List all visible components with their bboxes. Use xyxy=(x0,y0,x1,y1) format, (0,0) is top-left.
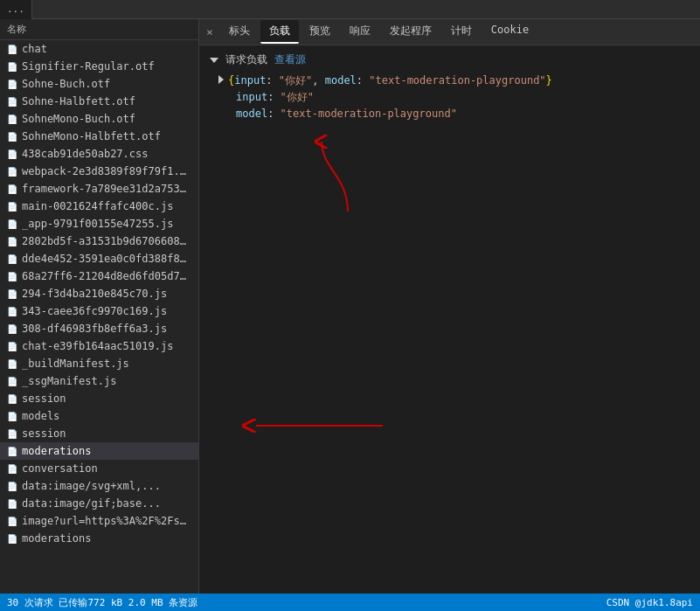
status-left: 30 次请求 已传输772 kB 2.0 MB 条资源 xyxy=(7,596,198,609)
triangle-right-icon xyxy=(218,75,224,84)
file-item[interactable]: 📄conversation xyxy=(0,460,198,477)
file-name: data:image/gif;base... xyxy=(22,497,161,510)
file-name: conversation xyxy=(22,462,98,475)
file-icon: 📄 xyxy=(7,184,17,194)
status-bar: 30 次请求 已传输772 kB 2.0 MB 条资源 CSDN @jdk1.8… xyxy=(0,594,700,611)
file-icon: 📄 xyxy=(7,464,17,474)
file-name: moderations xyxy=(22,532,91,545)
file-item[interactable]: 📄session xyxy=(0,425,198,442)
file-icon: 📄 xyxy=(7,499,17,509)
outer-model-val: "text-moderation-playground" xyxy=(369,73,545,89)
tab-负载[interactable]: 负载 xyxy=(260,20,299,44)
file-name: chat-e39fb164aac51019.js xyxy=(22,340,173,352)
file-item[interactable]: 📄moderations xyxy=(0,530,198,547)
file-icon: 📄 xyxy=(7,272,17,281)
tab-发起程序[interactable]: 发起程序 xyxy=(381,20,440,44)
file-item[interactable]: 📄438cab91de50ab27.css xyxy=(0,145,198,163)
file-item[interactable]: 📄343-caee36fc9970c169.js xyxy=(0,302,198,320)
file-name: Signifier-Regular.otf xyxy=(22,60,155,73)
file-item[interactable]: 📄68a27ff6-21204d8ed6fd05d7.js xyxy=(0,267,198,285)
outer-input-val: "你好" xyxy=(279,73,312,89)
main-layout: 名称 📄chat📄Signifier-Regular.otf📄Sohne-Buc… xyxy=(0,19,700,611)
close-icon[interactable]: × xyxy=(203,25,217,38)
file-item[interactable]: 📄SohneMono-Halbfett.otf xyxy=(0,128,198,145)
tab-响应[interactable]: 响应 xyxy=(341,20,379,44)
file-name: chat xyxy=(22,43,47,55)
file-name: session xyxy=(22,392,66,405)
file-item[interactable]: 📄_buildManifest.js xyxy=(0,355,198,372)
file-name: SohneMono-Buch.otf xyxy=(22,113,135,125)
file-item[interactable]: 📄Signifier-Regular.otf xyxy=(0,58,198,75)
file-item[interactable]: 📄_app-9791f00155e47255.js xyxy=(0,215,198,233)
tab-预览[interactable]: 预览 xyxy=(301,20,339,44)
file-icon: 📄 xyxy=(7,359,17,369)
file-item[interactable]: 📄main-0021624ffafc400c.js xyxy=(0,198,198,215)
input-val: "你好" xyxy=(281,89,314,106)
file-list[interactable]: 📄chat📄Signifier-Regular.otf📄Sohne-Buch.o… xyxy=(0,40,198,611)
file-icon: 📄 xyxy=(7,377,17,386)
outer-model-key: model xyxy=(325,73,357,89)
file-item[interactable]: 📄chat-e39fb164aac51019.js xyxy=(0,337,198,355)
top-bar: ... xyxy=(0,0,700,19)
file-name: 438cab91de50ab27.css xyxy=(22,148,149,160)
file-item[interactable]: 📄Sohne-Buch.otf xyxy=(0,75,198,93)
input-key: input xyxy=(236,89,267,106)
file-name: _buildManifest.js xyxy=(22,358,129,370)
left-panel: 名称 📄chat📄Signifier-Regular.otf📄Sohne-Buc… xyxy=(0,19,199,611)
file-item[interactable]: 📄models xyxy=(0,407,198,425)
file-icon: 📄 xyxy=(7,482,17,491)
file-name: _app-9791f00155e47255.js xyxy=(22,218,173,230)
file-item[interactable]: 📄data:image/svg+xml,... xyxy=(0,477,198,495)
input-line: input: "你好" xyxy=(236,89,690,106)
file-item[interactable]: 📄webpack-2e3d8389f89f79f1.js xyxy=(0,163,198,180)
file-item[interactable]: 📄framework-7a789ee31d2a7534.js xyxy=(0,180,198,198)
tab-计时[interactable]: 计时 xyxy=(442,20,481,44)
status-right: CSDN @jdk1.8api xyxy=(606,597,693,608)
file-item[interactable]: 📄308-df46983fb8eff6a3.js xyxy=(0,320,198,337)
tab-bar: × 标头负载预览响应发起程序计时Cookie xyxy=(199,19,700,45)
file-name: session xyxy=(22,427,66,440)
file-icon: 📄 xyxy=(7,202,17,212)
file-icon: 📄 xyxy=(7,394,17,404)
file-item[interactable]: 📄chat xyxy=(0,40,198,58)
file-name: 68a27ff6-21204d8ed6fd05d7.js xyxy=(22,270,191,282)
file-name: 294-f3d4ba210e845c70.js xyxy=(22,288,167,300)
file-item[interactable]: 📄294-f3d4ba210e845c70.js xyxy=(0,285,198,302)
arrow-up-annotation xyxy=(313,133,383,223)
file-item[interactable]: 📄moderations xyxy=(0,442,198,460)
file-icon: 📄 xyxy=(7,62,17,72)
outer-brace-open: { xyxy=(228,73,234,89)
tab-标头[interactable]: 标头 xyxy=(220,20,259,44)
file-name: moderations xyxy=(22,445,91,457)
file-item[interactable]: 📄SohneMono-Buch.otf xyxy=(0,110,198,128)
outer-brace-close: } xyxy=(546,73,552,89)
tab-Cookie[interactable]: Cookie xyxy=(482,20,537,44)
file-item[interactable]: 📄session xyxy=(0,390,198,407)
outer-object-line: {input: "你好", model: "text-moderation-pl… xyxy=(218,73,690,89)
file-name: main-0021624ffafc400c.js xyxy=(22,200,173,212)
file-item[interactable]: 📄2802bd5f-a31531b9d6706608.js xyxy=(0,233,198,250)
file-icon: 📄 xyxy=(7,447,17,456)
file-item[interactable]: 📄Sohne-Halbfett.otf xyxy=(0,93,198,110)
section-header: 请求负载 查看源 xyxy=(210,52,690,67)
model-line: model: "text-moderation-playground" xyxy=(236,106,690,122)
arrow-right-svg xyxy=(252,408,392,443)
view-source-link[interactable]: 查看源 xyxy=(274,52,306,67)
outer-colon1: : xyxy=(266,73,278,89)
file-icon: 📄 xyxy=(7,412,17,421)
file-item[interactable]: 📄_ssgManifest.js xyxy=(0,372,198,390)
tab-items: 标头负载预览响应发起程序计时Cookie xyxy=(220,20,537,44)
file-item[interactable]: 📄data:image/gif;base... xyxy=(0,495,198,512)
file-name: image?url=https%3A%2F%2Fs.grav. xyxy=(22,515,191,527)
outer-colon2: : xyxy=(357,73,369,89)
file-icon: 📄 xyxy=(7,289,17,299)
file-item[interactable]: 📄dde4e452-3591ea0c0fd388f8.js xyxy=(0,250,198,267)
left-panel-header: 名称 xyxy=(0,19,198,40)
file-item[interactable]: 📄image?url=https%3A%2F%2Fs.grav. xyxy=(0,512,198,530)
file-name: 2802bd5f-a31531b9d6706608.js xyxy=(22,235,191,247)
file-name: Sohne-Halbfett.otf xyxy=(22,95,135,108)
file-name: 308-df46983fb8eff6a3.js xyxy=(22,323,167,335)
file-name: data:image/svg+xml,... xyxy=(22,480,161,492)
file-icon: 📄 xyxy=(7,307,17,316)
file-icon: 📄 xyxy=(7,517,17,526)
